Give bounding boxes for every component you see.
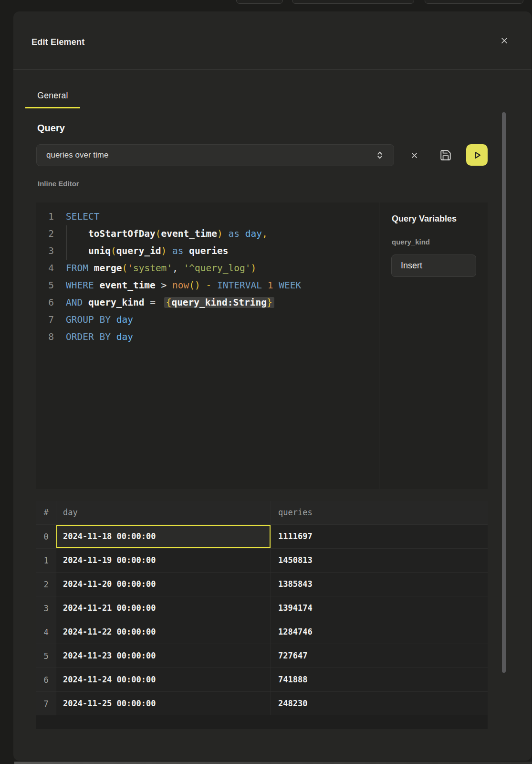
table-row: 72024-11-25 00:00:00248230 xyxy=(36,691,488,715)
query-variables-heading: Query Variables xyxy=(392,214,457,224)
line-number: 6 xyxy=(36,294,54,311)
row-index-cell: 4 xyxy=(36,620,56,644)
line-number: 4 xyxy=(36,260,54,277)
code-text: GROUP BY day xyxy=(66,311,133,329)
day-cell[interactable]: 2024-11-18 00:00:00 xyxy=(56,525,271,548)
table-row: 12024-11-19 00:00:001450813 xyxy=(36,548,488,572)
background-button-left[interactable] xyxy=(236,0,283,4)
row-index-cell: 5 xyxy=(36,644,56,668)
queries-cell[interactable]: 741888 xyxy=(271,668,488,691)
code-text: ORDER BY day xyxy=(66,329,133,346)
header-cell-day: day xyxy=(56,501,271,524)
background-bottom-band xyxy=(14,762,532,764)
query-variables-panel: Query Variables query_kind Insert xyxy=(379,202,488,489)
save-icon xyxy=(439,149,452,161)
code-text: uniq(query_id) as queries xyxy=(66,243,229,260)
code-text: WHERE event_time > now() - INTERVAL 1 WE… xyxy=(66,277,301,294)
day-cell[interactable]: 2024-11-24 00:00:00 xyxy=(56,668,271,691)
code-text: AND query_kind = {query_kind:String} xyxy=(66,294,274,311)
code-text: SELECT xyxy=(66,208,99,225)
header-cell-queries: queries xyxy=(271,501,488,524)
row-index-cell: 6 xyxy=(36,668,56,691)
clear-query-button[interactable] xyxy=(406,147,423,164)
query-select[interactable]: queries over time xyxy=(36,144,394,166)
code-line: 8ORDER BY day xyxy=(36,329,379,346)
queries-cell[interactable]: 1284746 xyxy=(271,620,488,644)
row-index-cell: 0 xyxy=(36,525,56,548)
insert-variable-button[interactable]: Insert xyxy=(391,255,476,277)
row-index-cell: 7 xyxy=(36,692,56,715)
chevron-up-down-icon xyxy=(375,150,385,160)
inline-editor-label: Inline Editor xyxy=(38,180,79,188)
line-number: 3 xyxy=(36,243,54,260)
code-line: 3 uniq(query_id) as queries xyxy=(36,243,379,260)
background-button-right[interactable] xyxy=(425,0,523,4)
line-number: 2 xyxy=(36,225,54,243)
queries-cell[interactable]: 248230 xyxy=(271,692,488,715)
results-table: # day queries 02024-11-18 00:00:00111169… xyxy=(36,501,488,729)
tab-general-label: General xyxy=(25,87,80,104)
query-select-value: queries over time xyxy=(46,145,108,166)
tab-active-underline xyxy=(25,107,80,108)
row-index-cell: 2 xyxy=(36,573,56,596)
day-cell[interactable]: 2024-11-25 00:00:00 xyxy=(56,692,271,715)
code-line: 7GROUP BY day xyxy=(36,311,379,329)
results-table-header: # day queries xyxy=(36,501,488,524)
queries-cell[interactable]: 1111697 xyxy=(271,525,488,548)
queries-cell[interactable]: 1450813 xyxy=(271,549,488,572)
tab-general[interactable]: General xyxy=(25,87,80,108)
day-cell[interactable]: 2024-11-21 00:00:00 xyxy=(56,596,271,620)
code-text: toStartOfDay(event_time) as day, xyxy=(66,225,268,243)
query-section-heading: Query xyxy=(37,123,65,134)
code-line: 1SELECT xyxy=(36,208,379,225)
code-line: 5WHERE event_time > now() - INTERVAL 1 W… xyxy=(36,277,379,294)
row-index-cell: 3 xyxy=(36,596,56,620)
table-row: 42024-11-22 00:00:001284746 xyxy=(36,620,488,644)
queries-cell[interactable]: 1394174 xyxy=(271,596,488,620)
row-index-cell: 1 xyxy=(36,549,56,572)
table-row: 22024-11-20 00:00:001385843 xyxy=(36,572,488,596)
line-number: 1 xyxy=(36,208,54,225)
table-body: 02024-11-18 00:00:00111169712024-11-19 0… xyxy=(36,524,488,715)
run-query-button[interactable] xyxy=(466,144,488,166)
code-line: 6AND query_kind = {query_kind:String} xyxy=(36,294,379,311)
play-icon xyxy=(471,149,483,161)
table-row: 62024-11-24 00:00:00741888 xyxy=(36,668,488,691)
code-pane[interactable]: 1SELECT2 toStartOfDay(event_time) as day… xyxy=(36,202,379,489)
queries-cell[interactable]: 1385843 xyxy=(271,573,488,596)
save-query-button[interactable] xyxy=(437,147,454,164)
day-cell[interactable]: 2024-11-22 00:00:00 xyxy=(56,620,271,644)
line-number: 5 xyxy=(36,277,54,294)
table-row: 52024-11-23 00:00:00727647 xyxy=(36,644,488,668)
code-text: FROM merge('system', '^query_log') xyxy=(66,260,256,277)
close-small-icon xyxy=(411,152,418,159)
header-divider xyxy=(13,69,532,70)
queries-cell[interactable]: 727647 xyxy=(271,644,488,668)
code-line: 2 toStartOfDay(event_time) as day, xyxy=(36,225,379,243)
modal-scrollbar-thumb[interactable] xyxy=(502,112,506,673)
header-cell-index: # xyxy=(36,501,56,524)
background-button-middle[interactable] xyxy=(292,0,414,4)
modal-title: Edit Element xyxy=(31,37,84,47)
variable-name-label: query_kind xyxy=(392,238,430,246)
table-row: 02024-11-18 00:00:001111697 xyxy=(36,524,488,548)
day-cell[interactable]: 2024-11-23 00:00:00 xyxy=(56,644,271,668)
line-number: 7 xyxy=(36,311,54,329)
close-icon[interactable] xyxy=(499,35,510,46)
day-cell[interactable]: 2024-11-19 00:00:00 xyxy=(56,549,271,572)
code-line: 4FROM merge('system', '^query_log') xyxy=(36,260,379,277)
inline-editor[interactable]: 1SELECT2 toStartOfDay(event_time) as day… xyxy=(36,202,488,489)
day-cell[interactable]: 2024-11-20 00:00:00 xyxy=(56,573,271,596)
line-number: 8 xyxy=(36,329,54,346)
edit-element-modal: Edit Element General Query queries over … xyxy=(13,11,532,761)
table-row: 32024-11-21 00:00:001394174 xyxy=(36,596,488,620)
